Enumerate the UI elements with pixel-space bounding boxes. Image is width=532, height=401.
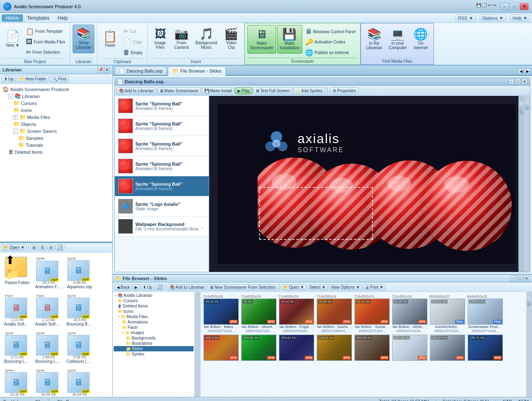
menu-home[interactable]: Home (2, 14, 23, 22)
fb-view2-button[interactable]: ☰ (39, 244, 46, 251)
play-button[interactable]: ▶ Play (235, 87, 252, 94)
from-media-button[interactable]: 🖼 From Media Files (24, 37, 67, 47)
tree-deleted-items[interactable]: 🗑 Deleted Items (2, 148, 111, 155)
doc-close[interactable]: ✕ (522, 79, 527, 84)
thumb-icon-workshop[interactable]: 800x600x32 218.01 Kb PNG IconWorksho... … (429, 294, 466, 333)
menu-help[interactable]: Help (54, 14, 72, 22)
tree-screen-savers[interactable]: − 📁 Screen Savers (2, 128, 111, 134)
slide-item-6[interactable]: 🔷 Sprite "Logo Axialis" Static Image (115, 196, 209, 216)
bb-minimize[interactable]: − (511, 276, 516, 281)
bb-refresh-button[interactable]: 🔄 (155, 284, 164, 290)
bb-up-button[interactable]: ⬆ Up (141, 284, 154, 290)
file-aquarium[interactable]: Sprite 🖥 SSP 5.88 Kb Aquarium.ssp (65, 255, 94, 291)
bb-add-librarian-button[interactable]: 📚 Add to Librarian (168, 284, 207, 290)
thumb-r3[interactable]: 334.62 Kb JPG (279, 335, 315, 361)
bb-view-options-button[interactable]: View Options ▼ (329, 284, 362, 290)
bb-open-button[interactable]: 📂 Open ▼ (281, 284, 306, 290)
file-collisions[interactable]: Sprite 🖥 SSP 9.58 Kb Collisions (weight … (65, 330, 94, 365)
options-button[interactable]: Options ▼ (479, 14, 507, 22)
thumb-winter[interactable]: 714x555x24 64.05 Kb JPG Ian Britton - Wi… (392, 294, 428, 333)
tree-librarian[interactable]: − 📚 Librarian (2, 93, 111, 100)
librarian-expand[interactable]: − (8, 94, 13, 99)
bt-images[interactable]: − 📁 Images (114, 330, 194, 335)
tree-media-files[interactable]: + 📁 Media Files (2, 114, 111, 121)
menu-templates[interactable]: Templates (23, 14, 54, 22)
tab-nav-right[interactable]: ▶ (525, 68, 530, 74)
activation-codes-button[interactable]: 🔑 Activation Codes (303, 37, 358, 47)
slides-scroll-thumb[interactable] (525, 102, 529, 110)
bt-backgrounds[interactable]: 📁 Backgrounds (114, 335, 194, 341)
file-bouncing-logo-sh[interactable]: Sprite 🖥 SSP 2.89 Kb Bouncing Logo (shad… (34, 330, 63, 365)
tab-file-browser[interactable]: 📁 File Browser - Slides (168, 66, 226, 76)
thumb-poppies[interactable]: 714x555x24 40.62 Kb JPG Ian Britton - Po… (279, 294, 315, 333)
file-dancing-balls[interactable]: Sprite 🖥 SSP 15.32 Kb Dancing Balls.ssp (2, 367, 32, 397)
on-internet-button[interactable]: 🌐 OnInternet (411, 25, 431, 54)
from-template-button[interactable]: 📋 From Template (24, 26, 67, 36)
new-button[interactable]: 📄 New ▼ (2, 25, 23, 53)
empty-button[interactable]: 🗑 Empty (121, 48, 144, 57)
tree-icons[interactable]: 📁 Icons (2, 107, 111, 114)
make-screensaver-button[interactable]: 🖥 MakeScreensaver (247, 25, 276, 54)
bt-illustrations[interactable]: 📁 Illustrations (114, 341, 194, 346)
fb-view1-button[interactable]: ⊞ (30, 244, 38, 251)
doc-make-install-button[interactable]: 💾 Make Install (202, 87, 234, 94)
ss-expand[interactable]: − (13, 129, 18, 134)
lib-up-button[interactable]: ⬆ Up (2, 75, 16, 82)
preview-scrollbar[interactable] (518, 96, 524, 272)
tab-nav-left[interactable]: ◀ (518, 68, 524, 74)
bt-icons[interactable]: 📁 Icons (114, 309, 194, 314)
bb-new-screensaver-button[interactable]: 🖥 New Screensaver From Selection (208, 284, 278, 290)
add-to-librarian-button[interactable]: 📚 Add to Librarian (116, 87, 156, 94)
minimize-button[interactable]: − (500, 3, 509, 10)
make-installation-button[interactable]: 💾 MakeInstallation (277, 25, 302, 54)
tree-cursors[interactable]: 📁 Cursors (2, 100, 111, 107)
thumb-r4[interactable]: 143.81 Kb JPG (316, 335, 352, 361)
video-clip-button[interactable]: 🎬 VideoClip (221, 25, 242, 53)
bt-flash[interactable]: 📁 Flash (114, 325, 194, 330)
thumb-r2[interactable]: 254.65 Kb JPG (241, 335, 277, 361)
file-bouncing-logo-gl[interactable]: Sprite 🖥 SSP 2.71 Kb Bouncing Logo (gl..… (2, 330, 32, 365)
tab-dancing-balls[interactable]: 📄 Dancing Balls.ssp (114, 66, 167, 75)
slide-item-3[interactable]: 🔴 Sprite "Spinning Ball" Animated (6 fra… (115, 136, 209, 156)
add-sprites-button[interactable]: ✨ Add Sprites (293, 87, 325, 94)
image-files-button[interactable]: 🖼 ImageFiles (150, 25, 171, 53)
thumb-r7[interactable]: 295.67 Kb JPG (429, 335, 466, 361)
thumb-sunset[interactable]: 714x555x24 43.44 Kb JPG Ian Britton - Su… (354, 294, 390, 333)
tree-tutorials[interactable]: 📁 Tutorials (2, 141, 111, 148)
slides-scrollbar[interactable] (524, 96, 530, 272)
slide-item-4[interactable]: 🔴 Sprite "Spinning Ball" Animated (6 fra… (115, 156, 209, 176)
preview-scroll-thumb[interactable] (519, 102, 523, 114)
fb-open-button[interactable]: 📂 Open ▼ (2, 244, 27, 251)
slide-item-7[interactable]: Wallpaper Background File "c:\my documen… (115, 216, 209, 237)
slide-item-5[interactable]: 🔴 Sprite "Spinning Ball" Animated (6 fra… (115, 176, 209, 196)
cut-button[interactable]: ✂ Cut (121, 26, 144, 36)
maximize-button[interactable]: □ (510, 3, 519, 10)
thumb-r6[interactable]: 237.32 Kb JPG (392, 335, 428, 361)
windows-control-panel-button[interactable]: 🖥 Windows Control Panel (303, 27, 358, 36)
tree-samples[interactable]: 📁 Samples (2, 134, 111, 141)
show-librarian-button[interactable]: 📚 ShowLibrarian (73, 25, 94, 53)
media-expand[interactable]: + (13, 115, 18, 120)
librarian-pin-btn[interactable]: 📌 (98, 67, 103, 73)
thumb-mountain[interactable]: 714x555x24 53 Kb JPG Ian Britton - Mount… (241, 294, 277, 333)
fb-view3-button[interactable]: ⊟ (47, 244, 55, 251)
help-button[interactable]: Help ▼ (509, 14, 530, 22)
close-button[interactable]: ✕ (520, 3, 529, 10)
tree-objects[interactable]: 📁 Objects (2, 121, 111, 128)
thumbs-scrollbar[interactable] (526, 292, 532, 397)
publish-internet-button[interactable]: 🌐 Publish on Internet (303, 48, 358, 58)
bb-close[interactable]: ✕ (524, 276, 530, 281)
bb-maximize[interactable]: □ (517, 276, 523, 281)
background-music-button[interactable]: 🎵 BackgroundMusic (193, 25, 220, 53)
copy-button[interactable]: 📄 Copy (121, 37, 144, 47)
from-selection-button[interactable]: ✂ From Selection (24, 47, 67, 57)
thumb-r1[interactable]: 466.5 Kb JPG (203, 335, 239, 361)
rss-button[interactable]: RSS ▼ (455, 14, 476, 22)
paste-button[interactable]: 📋 Paste (100, 25, 120, 53)
in-librarian-button[interactable]: 📚 In theLibrarian (363, 25, 385, 54)
slide-item-1[interactable]: 🔴 Sprite "Spinning Ball" Animated (6 fra… (115, 96, 209, 116)
from-camera-button[interactable]: 📷 FromCamera (171, 25, 192, 53)
bt-animations[interactable]: 📁 Animations (114, 319, 194, 325)
bb-back-button[interactable]: ◀ Back (114, 284, 132, 290)
doc-minimize[interactable]: − (509, 79, 514, 84)
